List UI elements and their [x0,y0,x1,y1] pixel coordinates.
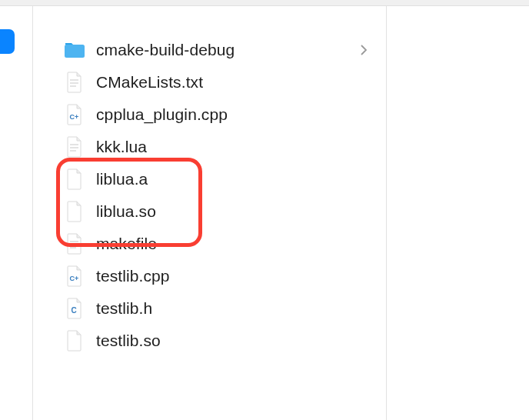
file-name-label: makefile [96,235,157,253]
svg-text:C+: C+ [70,275,79,282]
file-name-label: liblua.a [96,170,148,188]
file-row[interactable]: C+ cpplua_plugin.cpp [64,98,386,131]
file-list-column: cmake-build-debug CMakeLists.txt C+ [33,6,387,420]
file-name-label: kkk.lua [96,138,147,156]
cpp-file-icon: C+ [64,265,85,287]
svg-text:C+: C+ [70,113,79,121]
file-row[interactable]: liblua.so [64,195,386,228]
file-row[interactable]: C+ testlib.cpp [64,260,386,292]
svg-rect-0 [65,45,85,58]
file-row[interactable]: kkk.lua [64,131,386,163]
window-titlebar [0,0,529,6]
file-row[interactable]: liblua.a [64,163,386,195]
blank-file-icon [64,201,85,222]
file-name-label: testlib.h [96,299,152,318]
file-row-folder[interactable]: cmake-build-debug [64,34,386,66]
blank-file-icon [64,330,85,352]
text-file-icon [64,72,85,93]
file-name-label: testlib.cpp [96,267,170,285]
text-file-icon [64,233,85,255]
file-row[interactable]: testlib.so [64,325,386,357]
file-name-label: cmake-build-debug [96,41,235,59]
file-name-label: CMakeLists.txt [96,73,203,92]
file-name-label: cpplua_plugin.cpp [96,105,228,124]
text-file-icon [64,136,85,158]
cpp-file-icon: C+ [64,104,85,125]
folder-icon [64,39,85,61]
chevron-right-icon [360,45,368,55]
c-file-icon: C [64,298,85,319]
selected-sidebar-indicator[interactable] [0,29,15,54]
file-name-label: liblua.so [96,202,156,221]
file-row[interactable]: CMakeLists.txt [64,66,386,98]
svg-text:C: C [72,306,77,315]
file-row[interactable]: makefile [64,228,386,260]
file-row[interactable]: C testlib.h [64,292,386,325]
file-name-label: testlib.so [96,332,161,350]
blank-file-icon [64,168,85,190]
